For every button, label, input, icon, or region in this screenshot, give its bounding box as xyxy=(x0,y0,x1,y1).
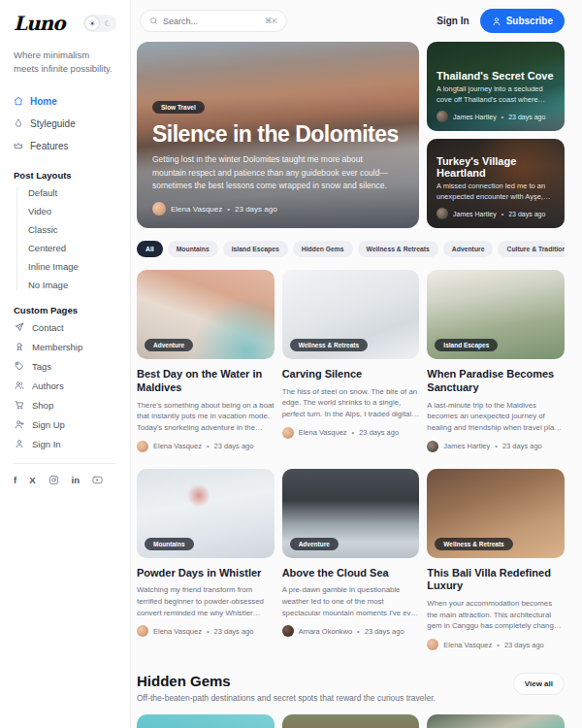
post-date: 23 days ago xyxy=(508,114,545,120)
article-card-maldives[interactable]: Adventure Best Day on the Water in Maldi… xyxy=(137,270,275,452)
sidebar-item-classic[interactable]: Classic xyxy=(28,224,116,235)
youtube-icon[interactable] xyxy=(92,475,103,485)
search-bar[interactable]: ⌘K xyxy=(140,10,287,32)
filter-adventure[interactable]: Adventure xyxy=(443,241,494,257)
sidebar: Luno ☀ ☾ Where minimalism meets infinite… xyxy=(0,0,131,728)
subscribe-button[interactable]: Subscribe xyxy=(480,9,565,33)
filter-all[interactable]: All xyxy=(137,241,163,257)
author-name[interactable]: Elena Vasquez xyxy=(443,641,492,649)
sidebar-item-no-image[interactable]: No Image xyxy=(28,280,116,290)
item-label: Tags xyxy=(32,361,51,372)
article-card-carving-silence[interactable]: Wellness & Retreats Carving Silence The … xyxy=(282,270,420,452)
gem-card-temple[interactable]: Culture & Traditions xyxy=(282,714,420,728)
articles-grid: Adventure Best Day on the Water in Maldi… xyxy=(137,270,565,650)
search-input[interactable] xyxy=(163,17,260,26)
sidebar-item-shop[interactable]: Shop xyxy=(15,400,116,411)
side-card-thailand[interactable]: Thailand's Secret Cove A longtail journe… xyxy=(427,42,565,131)
sidebar-item-contact[interactable]: Contact xyxy=(15,322,116,333)
gem-card-sandbar[interactable]: Hidden Gems xyxy=(137,714,275,728)
sign-in-link[interactable]: Sign In xyxy=(436,16,469,26)
filter-culture-traditions[interactable]: Culture & Traditions xyxy=(498,241,565,257)
instagram-icon[interactable] xyxy=(48,475,59,485)
article-card-bali-villa[interactable]: Wellness & Retreats This Bali Villa Rede… xyxy=(427,469,565,651)
article-tag-pill[interactable]: Wellness & Retreats xyxy=(435,538,512,550)
author-name[interactable]: James Hartley xyxy=(453,211,497,217)
article-title: This Bali Villa Redefined Luxury xyxy=(427,567,565,594)
sidebar-item-sign-up[interactable]: Sign Up xyxy=(15,419,116,430)
sidebar-item-tags[interactable]: Tags xyxy=(15,361,116,372)
view-all-button[interactable]: View all xyxy=(513,673,565,695)
nav-item-home[interactable]: Home xyxy=(14,92,116,111)
sun-icon[interactable]: ☀ xyxy=(85,17,99,30)
sidebar-item-sign-in[interactable]: Sign In xyxy=(15,439,116,449)
article-tag-pill[interactable]: Adventure xyxy=(145,339,193,351)
author-name[interactable]: James Hartley xyxy=(453,114,497,120)
article-image: Adventure xyxy=(137,270,275,359)
theme-toggle[interactable]: ☀ ☾ xyxy=(83,15,116,32)
article-card-paradise-sanctuary[interactable]: Island Escapes When Paradise Becomes San… xyxy=(427,270,565,452)
search-shortcut: ⌘K xyxy=(265,17,277,25)
nav-item-features[interactable]: Features xyxy=(14,137,116,155)
filter-island-escapes[interactable]: Island Escapes xyxy=(223,241,288,257)
nav-label: Home xyxy=(30,96,57,107)
side-card-content: Thailand's Secret Cove A longtail journe… xyxy=(427,61,565,131)
sidebar-item-default[interactable]: Default xyxy=(28,187,116,198)
moon-icon[interactable]: ☾ xyxy=(101,17,114,30)
author-name[interactable]: Elena Vasquez xyxy=(153,627,202,636)
article-tag-pill[interactable]: Mountains xyxy=(145,538,194,550)
author-name[interactable]: James Hartley xyxy=(443,442,490,450)
meta-separator: • xyxy=(501,211,503,217)
article-title: Powder Days in Whistler xyxy=(137,567,275,580)
social-links: f X in xyxy=(14,475,116,485)
facebook-icon[interactable]: f xyxy=(14,475,16,485)
x-icon[interactable]: X xyxy=(29,475,35,485)
post-date: 23 days ago xyxy=(214,627,254,636)
card-excerpt: A missed connection led me to an unexpec… xyxy=(436,182,555,203)
filter-wellness-retreats[interactable]: Wellness & Retreats xyxy=(358,241,438,257)
article-tag-pill[interactable]: Adventure xyxy=(290,538,339,550)
article-title: Above the Cloud Sea xyxy=(282,567,420,580)
youtube-glyph xyxy=(92,475,103,485)
divider xyxy=(14,463,116,464)
article-excerpt: A pre-dawn gamble in questionable weathe… xyxy=(282,584,420,618)
sidebar-item-authors[interactable]: Authors xyxy=(15,381,116,391)
sidebar-item-inline-image[interactable]: Inline Image xyxy=(28,261,116,272)
sidebar-item-video[interactable]: Video xyxy=(28,206,116,216)
hero-excerpt: Getting lost in the winter Dolomites tau… xyxy=(152,153,394,192)
article-card-whistler[interactable]: Mountains Powder Days in Whistler Watchi… xyxy=(137,469,275,651)
featured-side-column: Thailand's Secret Cove A longtail journe… xyxy=(427,42,565,228)
nav-item-styleguide[interactable]: Styleguide xyxy=(14,115,116,133)
sidebar-item-centered[interactable]: Centered xyxy=(28,243,116,253)
author-name[interactable]: Amara Okonkwo xyxy=(299,627,352,636)
hero-tag-pill[interactable]: Slow Travel xyxy=(152,101,205,114)
avatar xyxy=(137,441,148,452)
filter-hidden-gems[interactable]: Hidden Gems xyxy=(293,241,353,257)
sidebar-item-membership[interactable]: Membership xyxy=(15,342,116,352)
item-label: Shop xyxy=(32,400,53,411)
hero-content: Slow Travel Silence in the Dolomites Get… xyxy=(137,83,419,228)
author-name[interactable]: Elena Vasquez xyxy=(299,428,347,437)
logo[interactable]: Luno xyxy=(14,12,64,35)
nav-label: Styleguide xyxy=(30,118,76,129)
author-meta: James Hartley • 23 days ago xyxy=(436,208,555,219)
article-excerpt: The hiss of steel on snow. The bite of a… xyxy=(282,386,420,420)
filter-mountains[interactable]: Mountains xyxy=(168,241,218,257)
author-name[interactable]: Elena Vasquez xyxy=(171,205,222,214)
paper-plane-icon xyxy=(15,322,24,332)
top-actions: Sign In Subscribe xyxy=(436,9,565,33)
styleguide-icon xyxy=(14,118,23,128)
article-tag-pill[interactable]: Island Escapes xyxy=(435,339,498,351)
linkedin-icon[interactable]: in xyxy=(72,475,80,485)
post-date: 23 days ago xyxy=(359,428,399,437)
article-tag-pill[interactable]: Wellness & Retreats xyxy=(290,339,368,351)
meta-separator: • xyxy=(495,442,498,450)
article-card-cloud-sea[interactable]: Adventure Above the Cloud Sea A pre-dawn… xyxy=(282,469,420,651)
gem-card-cove[interactable]: Hidden Gems xyxy=(427,714,565,728)
author-name[interactable]: Elena Vasquez xyxy=(153,442,202,450)
cart-icon xyxy=(15,400,24,410)
side-card-turkey[interactable]: Turkey's Village Heartland A missed conn… xyxy=(427,139,565,228)
hero-article[interactable]: Slow Travel Silence in the Dolomites Get… xyxy=(137,42,419,228)
avatar xyxy=(137,625,148,637)
hidden-gems-header: Hidden Gems Off-the-beaten-path destinat… xyxy=(137,673,565,703)
article-image: Culture & Traditions xyxy=(282,714,420,728)
